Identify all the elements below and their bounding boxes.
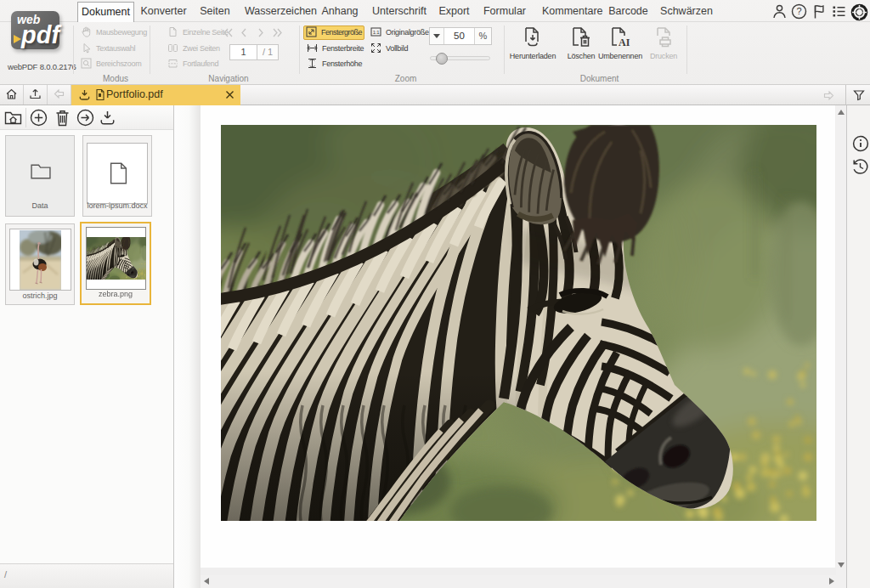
svg-text:AI: AI [619,37,630,48]
svg-text:?: ? [796,6,801,16]
svg-text:1:1: 1:1 [373,30,380,35]
